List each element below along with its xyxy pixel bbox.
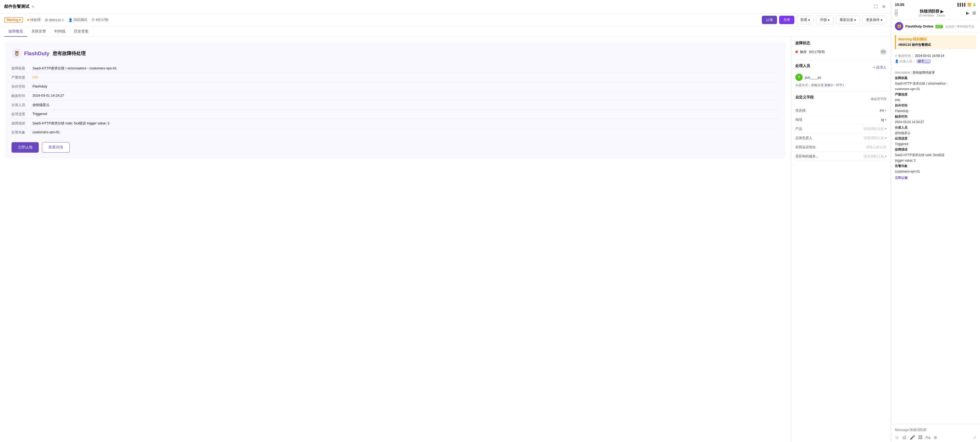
value-description: SaaS-HTTP请求出错 note: 5xx错误 trigger value:… <box>32 121 780 126</box>
value-assignee: @快猫星云 <box>32 103 780 107</box>
field-region-select[interactable]: bj ▾ <box>881 118 886 122</box>
chevron-down-icon-5: ▾ <box>885 154 886 158</box>
escalate-button[interactable]: 升级 ▾ <box>816 16 834 24</box>
pause-button[interactable]: 暂缓 ▾ <box>796 16 814 24</box>
pause-arrow-icon: ▾ <box>808 18 810 22</box>
label-trigger-time: 触发时间 <box>11 94 32 98</box>
chat-name: 快猫消防群 ▶ <box>897 9 966 14</box>
chat-trigger-label: 触发时间 <box>895 114 976 119</box>
value-severity: Info <box>32 75 780 79</box>
tab-timeline[interactable]: 时间线 <box>50 27 70 37</box>
chat-messages: ⊙ 触发时间： 2024-03-01 14:59:14 👤 分派人员： @于__… <box>891 51 980 424</box>
chat-message-input[interactable] <box>895 426 976 433</box>
assignee-label: 回归测试 <box>73 17 87 22</box>
status-bar: 15:05 ▌▌▌▌ 📶 🔋 <box>895 3 976 7</box>
tab-related-alerts[interactable]: 关联告警 <box>27 27 50 37</box>
signal-area: ▌▌▌▌ 📶 🔋 <box>958 3 976 6</box>
close-button[interactable]: ✕ <box>881 3 886 10</box>
add-button[interactable]: ⊕ <box>934 435 937 440</box>
field-product-label: 产品 <box>795 126 822 131</box>
tab-overview[interactable]: 故障概览 <box>4 27 27 37</box>
status-label: 待处理 <box>30 17 41 22</box>
handler-item: Y yus____yu <box>795 73 886 81</box>
mention-button[interactable]: @ <box>902 435 907 440</box>
field-meeting-input[interactable]: 请输入默认值 <box>866 145 886 149</box>
custom-fields-header: 自定义字段 收起空字段 <box>795 95 886 103</box>
field-meeting: 在线会议地址 请输入默认值 <box>795 143 886 152</box>
expand-button[interactable]: ⤢ <box>973 436 976 440</box>
maximize-button[interactable]: ⛶ <box>873 3 879 10</box>
system-label: 系统 <box>881 50 886 54</box>
field-priority-select[interactable]: P4 ▾ <box>880 109 886 113</box>
field-priority: 优先级 P4 ▾ <box>795 106 886 115</box>
warning-card-title: Warning-回归测试 <box>898 37 974 41</box>
image-button[interactable]: 🖼 <box>918 435 923 440</box>
chat-workspace-label: 协作空间 <box>895 103 976 108</box>
warning-badge[interactable]: Warning ▾ <box>4 17 23 22</box>
chat-assignee-label: 分派人员 <box>895 125 976 130</box>
bot-info-row: 🐱 FlashDuty Online BOT 企业统一事件响应平台 <box>891 20 980 33</box>
time-value: 8分17秒 <box>96 17 108 22</box>
content-right: 故障状态 触发 8分17秒前 系统 处理人员 <box>791 37 891 442</box>
status-pending: 待处理 <box>27 17 41 22</box>
field-product-select[interactable]: 请选择默认值 ▾ <box>864 126 886 131</box>
value-alert-target: customers-vpn-01 <box>32 130 780 134</box>
screen-share-button[interactable]: ⊞ <box>972 10 976 16</box>
trigger-status: 触发 8分17秒前 <box>795 49 825 54</box>
bot-name: FlashDuty Online <box>905 24 933 28</box>
assignee-label-chat: 👤 分派人员： <box>895 59 915 63</box>
field-owner-select[interactable]: 请选择默认值 ▾ <box>864 136 886 140</box>
chat-claim-link[interactable]: 立即认领 <box>895 176 907 180</box>
incident-id: ID B00110 ⎘ <box>45 18 64 22</box>
more-arrow-icon: ▾ <box>881 18 883 22</box>
chat-workspace-value: Flashduty <box>895 109 976 113</box>
video-call-button[interactable]: ▶ <box>966 10 970 16</box>
add-handler-button[interactable]: + 处理人 <box>873 65 886 70</box>
policy-link[interactable]: 策略3 <box>824 83 832 87</box>
system-avatar: 系统 <box>880 49 886 55</box>
chat-trigger-time: ⊙ 触发时间： 2024-03-01 14:59:14 <box>895 53 976 58</box>
env-link[interactable]: 环节1 <box>836 83 844 87</box>
field-services-select[interactable]: 请选择默认值 ▾ <box>864 154 886 159</box>
claim-now-button[interactable]: 立即认领 <box>11 142 39 153</box>
label-severity: 严重程度 <box>11 75 32 80</box>
status-dot-icon <box>27 19 29 21</box>
edit-icon[interactable]: ✎ <box>32 5 35 9</box>
trigger-time-label: ⊙ 触发时间： <box>895 54 914 57</box>
emoji-button[interactable]: ☺ <box>895 435 899 440</box>
alert-header: 🦉 FlashDuty 您有故障待处理 <box>11 48 780 59</box>
tabs: 故障概览 关联告警 时间线 历史变更 <box>0 27 891 37</box>
time-icon: ⏱ <box>91 18 95 22</box>
field-owner-label: 总体负责人 <box>795 136 822 140</box>
chat-alert-target-label: 告警对象 <box>895 164 976 169</box>
dispatch-info: 分派方式：策略分派 策略3 – 环节1 <box>795 83 886 87</box>
copy-icon[interactable]: ⎘ <box>62 18 64 22</box>
close-button[interactable]: 关闭 <box>779 16 794 24</box>
font-button[interactable]: Aa <box>926 435 931 440</box>
claim-button[interactable]: 认领 <box>762 16 777 24</box>
trigger-time-ago: 8分17秒前 <box>809 49 825 54</box>
bot-org: 企业统一事件响应平台 <box>945 25 974 28</box>
header-right: ⛶ ✕ <box>873 3 886 10</box>
chat-progress-label: 处理进度 <box>895 136 976 141</box>
field-owner-placeholder: 请选择默认值 <box>864 136 884 140</box>
chat-claim-action: 立即认领 <box>895 175 976 180</box>
chat-progress-value: Triggered <box>895 142 976 146</box>
chat-severity-label: 严重程度 <box>895 92 976 97</box>
time-info: ⏱ 8分17秒 <box>91 17 108 22</box>
view-detail-button[interactable]: 查看详情 <box>42 142 70 153</box>
mic-button[interactable]: 🎤 <box>910 435 915 440</box>
reassign-button[interactable]: 重新分派 ▾ <box>836 16 860 24</box>
tab-history[interactable]: 历史变更 <box>70 27 93 37</box>
more-button[interactable]: 更多操作 ▾ <box>862 16 886 24</box>
detail-row-alert-target: 告警对象 customers-vpn-01 <box>11 128 780 137</box>
bot-avatar-icon: 🐱 <box>897 24 901 28</box>
back-button[interactable]: ‹ <box>895 10 897 16</box>
collapse-button[interactable]: 收起空字段 <box>871 97 886 101</box>
wifi-icon: 📶 <box>967 3 971 6</box>
detail-row-title: 故障标题 SaaS-HTTP请求出错 / victormetrics - cus… <box>11 64 780 73</box>
brand-name: FlashDuty <box>24 51 49 57</box>
handler-avatar: Y <box>795 73 803 81</box>
chat-name-arrow-icon: ▶ <box>940 9 943 14</box>
signal-icon: ▌▌▌▌ <box>958 3 966 6</box>
